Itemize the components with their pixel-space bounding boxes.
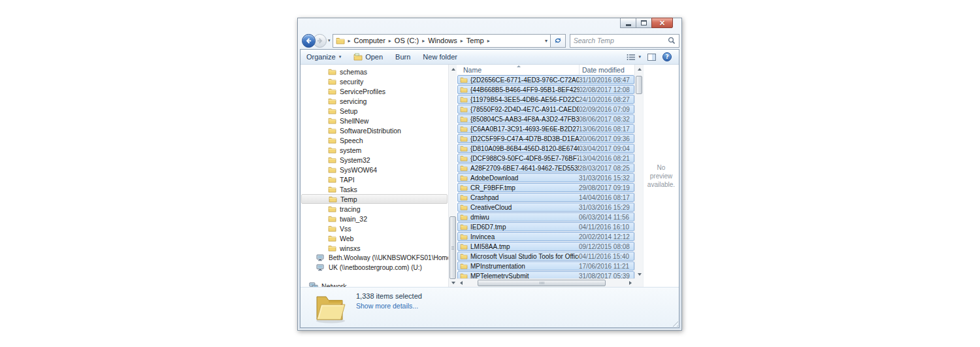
show-more-details-link[interactable]: Show more details... (356, 302, 418, 310)
scroll-down-button[interactable] (635, 270, 644, 278)
file-row-selected[interactable]: IED6D7.tmp 04/11/2016 16:10 (457, 222, 634, 231)
file-row-selected[interactable]: Invincea 20/02/2014 12:12 (457, 232, 634, 241)
file-row-selected[interactable]: {D2C5F9F9-C47A-4D7B-8D3B-D1EA20FD... 20/… (457, 134, 634, 143)
thumb-grip-icon (451, 246, 454, 250)
scroll-left-button[interactable] (457, 279, 465, 287)
folder-icon (460, 86, 468, 93)
folder-icon (460, 194, 468, 201)
new-folder-button[interactable]: New folder (423, 53, 457, 61)
tree-folder-item[interactable]: ServiceProfiles (301, 86, 448, 96)
organize-button[interactable]: Organize ▾ (306, 53, 341, 61)
list-horizontal-scrollbar[interactable] (457, 278, 634, 287)
tree-folder-item[interactable]: system (301, 145, 448, 155)
scroll-up-button[interactable] (635, 65, 644, 73)
tree-folder-item[interactable]: schemas (301, 67, 448, 76)
search-input[interactable] (574, 37, 668, 44)
file-row-selected[interactable]: {C6AA0B17-3C91-4693-9E6E-B2D27A3FE... 13… (457, 124, 634, 133)
tree-drive-item[interactable]: Beth.Woolway (\\UKNBSWOKFS01\Home$) (H:) (301, 253, 448, 263)
file-row-selected[interactable]: {850804C5-AAB3-4F8A-A3D2-47FB389B6... 08… (457, 114, 634, 124)
refresh-button[interactable] (551, 34, 566, 48)
file-row-selected[interactable]: {D810A09B-86B4-456D-8120-8E674C654B... 0… (457, 144, 634, 153)
minimize-button[interactable] (620, 18, 636, 28)
folder-icon (460, 125, 468, 132)
tree-folder-item[interactable]: ShellNew (301, 116, 448, 125)
file-row-selected[interactable]: CreativeCloud 31/03/2016 15:29 (457, 203, 634, 212)
tree-folder-item[interactable]: tracing (301, 204, 448, 214)
search-box (570, 34, 679, 48)
open-folder-icon (353, 53, 363, 61)
tree-network-item[interactable]: Network (301, 281, 448, 287)
back-button[interactable] (302, 34, 316, 48)
refresh-icon (554, 37, 562, 44)
triangle-up-icon (638, 68, 642, 71)
breadcrumb-segment[interactable]: Windows (428, 37, 457, 44)
sort-ascending-icon (517, 65, 521, 67)
breadcrumb-segment[interactable]: Computer (354, 37, 385, 44)
history-dropdown-icon[interactable]: ▾ (328, 38, 331, 43)
folder-icon (328, 156, 336, 163)
open-button[interactable]: Open (353, 53, 383, 61)
breadcrumb-segment[interactable]: Temp (466, 37, 484, 44)
close-button[interactable]: × (651, 18, 673, 28)
file-row-selected[interactable]: AdobeDownload 31/03/2016 15:32 (457, 173, 634, 182)
tree-folder-name: Speech (340, 137, 363, 144)
file-row-selected[interactable]: LMI58AA.tmp 09/12/2015 08:08 (457, 242, 634, 251)
list-vertical-scrollbar[interactable] (634, 65, 643, 278)
folder-icon (460, 263, 468, 269)
views-button[interactable]: ▾ (627, 54, 641, 61)
tree-folder-item[interactable]: TAPI (301, 174, 448, 184)
tree-folder-item[interactable]: twain_32 (301, 214, 448, 223)
file-row-selected[interactable]: {78550F92-2D4D-4E7C-A911-CAEDD526D... 02… (457, 105, 634, 114)
file-row-selected[interactable]: CR_F9BFF.tmp 29/08/2017 09:19 (457, 183, 634, 192)
tree-folder-item[interactable]: servicing (301, 96, 448, 106)
maximize-button[interactable] (636, 18, 652, 28)
folder-icon (460, 116, 468, 122)
tree-folder-item[interactable]: SoftwareDistribution (301, 125, 448, 135)
resize-grip[interactable] (670, 319, 678, 327)
file-row-selected[interactable]: {2D2656CE-6771-4ED3-976C-C72A092C9... 31… (457, 75, 634, 84)
tree-folder-item[interactable]: Tasks (301, 184, 448, 194)
file-row-selected[interactable]: A28F2709-6BE7-4641-9462-7ED55358EC2... 2… (457, 163, 634, 173)
column-header-name[interactable]: Name (457, 65, 580, 74)
list-vscroll-thumb[interactable] (636, 76, 642, 94)
file-row-selected[interactable]: Microsoft Visual Studio Tools for Office… (457, 252, 634, 261)
folder-icon (460, 106, 468, 112)
list-hscroll-thumb[interactable] (478, 280, 606, 286)
help-button[interactable]: ? (662, 52, 672, 61)
file-row-selected[interactable]: {44B668B5-B466-4FF9-95B1-8EF42992FB39} 0… (457, 85, 634, 94)
address-dropdown-icon[interactable]: ▾ (545, 38, 547, 44)
preview-pane-button[interactable] (647, 54, 656, 61)
file-row-selected[interactable]: MPInstrumentation 17/06/2016 11:21 (457, 261, 634, 271)
tree-folder-item[interactable]: winsxs (301, 243, 448, 253)
tree-folder-name: system (340, 146, 361, 154)
help-icon: ? (665, 54, 668, 60)
tree-folder-item[interactable]: System32 (301, 155, 448, 165)
tree-drive-item[interactable]: UK (\\netboostergroup.com) (U:) (301, 263, 448, 273)
tree-folder-item[interactable]: Temp (301, 194, 448, 204)
file-date-modified: 20/02/2014 12:12 (579, 233, 632, 240)
file-row-selected[interactable]: {11979B54-3EE5-4DB6-AE56-FD22CF29A4... 2… (457, 95, 634, 104)
file-row-selected[interactable]: Crashpad 14/04/2016 08:17 (457, 193, 634, 202)
breadcrumb-separator-icon: ▸ (422, 38, 425, 44)
tree-folder-item[interactable]: Web (301, 233, 448, 243)
burn-button[interactable]: Burn (395, 53, 410, 61)
tree-folder-item[interactable]: Setup (301, 106, 448, 116)
breadcrumb-segment[interactable]: OS (C:) (395, 37, 419, 44)
file-row-selected[interactable]: MPTelemetrySubmit 31/08/2017 05:39 (457, 271, 634, 278)
tree-folder-item[interactable]: Speech (301, 135, 448, 145)
scroll-right-button[interactable] (626, 279, 634, 287)
tree-scroll-thumb[interactable] (449, 216, 456, 279)
search-icon[interactable] (668, 37, 676, 44)
address-bar[interactable]: ▸ Computer ▸ OS (C:) ▸ Windows ▸ (333, 34, 551, 48)
file-date-modified: 31/03/2016 15:32 (579, 174, 632, 182)
chevron-down-icon: ▾ (339, 54, 342, 59)
file-row-selected[interactable]: dmiwu 06/03/2014 11:56 (457, 212, 634, 222)
tree-folder-item[interactable]: Vss (301, 223, 448, 233)
tree-scrollbar[interactable] (448, 65, 457, 287)
tree-drive-list: Beth.Woolway (\\UKNBSWOKFS01\Home$) (H:)… (301, 253, 448, 273)
file-rows: {2D2656CE-6771-4ED3-976C-C72A092C9... 31… (457, 75, 634, 278)
tree-folder-item[interactable]: security (301, 76, 448, 86)
file-row-selected[interactable]: {DCF988C9-50FC-4DF8-95E7-76BF7530A0... 1… (457, 154, 634, 163)
column-header-date-modified[interactable]: Date modified (580, 65, 634, 74)
tree-folder-item[interactable]: SysWOW64 (301, 165, 448, 174)
